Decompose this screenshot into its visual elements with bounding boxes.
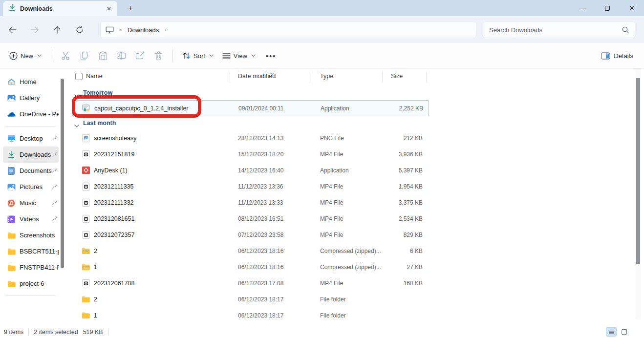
file-row-screenshoteasy[interactable]: screenshoteasy28/12/2023 14:13PNG File21… — [72, 130, 429, 146]
sidebar-item-label: OneDrive - Perso — [20, 110, 59, 118]
command-toolbar: New Sort View — [0, 43, 644, 69]
file-date-modified: 06/12/2023 18:16 — [238, 264, 283, 271]
thumbnail-view-toggle[interactable] — [619, 327, 629, 337]
rename-icon — [116, 52, 126, 60]
file-date-modified: 06/12/2023 17:08 — [238, 280, 283, 287]
search-input[interactable]: Search Downloads — [483, 21, 635, 38]
sidebar-item-fnstpb411-proj[interactable]: FNSTPB411-Proj — [3, 259, 59, 275]
column-header-date-modified[interactable]: Date modified — [238, 73, 276, 80]
file-type: PNG File — [320, 135, 344, 142]
gallery-icon — [7, 95, 16, 102]
chevron-down-icon — [209, 54, 214, 57]
file-size: 168 KB — [346, 280, 423, 287]
column-divider[interactable] — [230, 72, 230, 83]
up-icon — [55, 26, 60, 33]
delete-button[interactable] — [149, 47, 168, 64]
sidebar-item-home[interactable]: Home — [3, 74, 59, 90]
file-size: 829 KB — [346, 232, 423, 238]
new-tab-button[interactable]: + — [124, 2, 137, 14]
vertical-scrollbar-thumb[interactable] — [636, 78, 640, 264]
up-button[interactable] — [49, 21, 65, 38]
address-bar[interactable]: › Downloads › — [100, 21, 476, 38]
view-button[interactable]: View — [218, 47, 260, 64]
file-row-202312072357[interactable]: 20231207235707/12/2023 23:58MP4 File829 … — [72, 227, 429, 243]
sidebar-item-bsbcrt511-proj[interactable]: BSBCRT511-proj — [3, 243, 59, 259]
sidebar-item-music[interactable]: Music — [3, 195, 59, 211]
back-button[interactable] — [4, 21, 21, 38]
group-header-tomorrow[interactable]: Tomorrow — [72, 85, 634, 100]
sidebar-scrollbar-thumb[interactable] — [61, 79, 64, 268]
file-row-202312111335[interactable]: 20231211133511/12/2023 13:36MP4 File1,95… — [72, 178, 429, 194]
file-row-202312061708[interactable]: 20231206170806/12/2023 17:08MP4 File168 … — [72, 275, 429, 291]
file-row-202312111332[interactable]: 20231211133211/12/2023 13:33MP4 File3,37… — [72, 194, 429, 211]
share-icon — [135, 51, 145, 60]
sidebar-scrollbar[interactable] — [60, 69, 64, 326]
paste-button[interactable] — [93, 47, 112, 64]
file-row-202312081651[interactable]: 20231208165108/12/2023 16:51MP4 File2,53… — [72, 211, 429, 227]
share-button[interactable] — [130, 47, 149, 64]
forward-button[interactable] — [26, 21, 43, 38]
toolbar-divider — [172, 49, 173, 62]
music-icon — [7, 199, 16, 207]
sidebar-item-screenshots[interactable]: Screenshots — [3, 227, 59, 243]
details-view-toggle[interactable] — [606, 327, 617, 337]
breadcrumb-downloads[interactable]: Downloads — [128, 26, 159, 34]
folder-icon — [7, 280, 16, 287]
tab-downloads[interactable]: Downloads ✕ — [3, 1, 117, 16]
search-icon — [622, 26, 629, 33]
file-row-1[interactable]: 106/12/2023 18:16Compressed (zipped)...2… — [72, 259, 429, 275]
column-divider[interactable] — [426, 72, 427, 83]
search-placeholder: Search Downloads — [489, 26, 622, 34]
sort-button[interactable]: Sort — [178, 47, 218, 64]
view-icon — [222, 52, 231, 59]
file-row-2[interactable]: 206/12/2023 18:16Compressed (zipped)...6… — [72, 243, 429, 259]
sidebar-item-desktop[interactable]: Desktop — [3, 130, 59, 147]
file-date-modified: 06/12/2023 18:17 — [238, 312, 283, 319]
file-size: 5,397 KB — [346, 167, 423, 174]
cut-button[interactable] — [56, 47, 75, 64]
sidebar-item-downloads[interactable]: Downloads — [3, 147, 59, 163]
file-size: 3,936 KB — [346, 151, 423, 158]
refresh-button[interactable] — [71, 21, 88, 38]
column-divider[interactable] — [309, 72, 309, 83]
minimize-button[interactable] — [571, 0, 595, 16]
details-button[interactable]: Details — [601, 52, 633, 60]
sidebar-item-onedrive-perso[interactable]: OneDrive - Perso — [3, 106, 59, 122]
file-row-anydesk-1-[interactable]: AnyDesk (1)14/12/2023 16:40Application5,… — [72, 162, 429, 178]
more-options-button[interactable]: ••• — [260, 52, 282, 60]
maximize-button[interactable] — [595, 0, 620, 16]
column-divider[interactable] — [382, 72, 383, 83]
new-button[interactable]: New — [5, 47, 46, 64]
tab-close-icon[interactable]: ✕ — [105, 4, 113, 13]
home-icon — [7, 78, 16, 85]
sidebar-item-videos[interactable]: Videos — [3, 211, 59, 227]
file-date-modified: 09/01/2024 00:11 — [238, 105, 284, 112]
file-size: 3,375 KB — [346, 199, 423, 206]
sidebar-item-pictures[interactable]: Pictures — [3, 179, 59, 195]
sidebar-item-label: Music — [20, 199, 52, 207]
close-button[interactable]: ✕ — [620, 0, 644, 16]
file-name: 202312151819 — [94, 151, 134, 158]
folder-icon — [82, 295, 90, 303]
sidebar-item-project-6[interactable]: project-6 — [3, 275, 59, 292]
column-header-name[interactable]: Name — [86, 73, 102, 80]
column-header-size[interactable]: Size — [391, 73, 403, 80]
sidebar-item-gallery[interactable]: Gallery — [3, 90, 59, 106]
copy-icon — [80, 51, 88, 61]
vertical-scrollbar[interactable] — [635, 69, 641, 319]
file-row-2[interactable]: 206/12/2023 18:17File folder — [72, 291, 429, 307]
copy-button[interactable] — [75, 47, 93, 64]
view-toggles — [606, 327, 629, 337]
folder-icon — [7, 264, 16, 271]
sidebar-item-documents[interactable]: Documents — [3, 163, 59, 179]
file-row-1[interactable]: 106/12/2023 18:17File folder — [72, 307, 429, 323]
file-row-202312151819[interactable]: 20231215181915/12/2023 18:20MP4 File3,93… — [72, 146, 429, 162]
rename-button[interactable] — [112, 47, 130, 64]
group-header-last-month[interactable]: Last month — [72, 116, 634, 130]
file-row-capcut-capcutpc-0-1-2-4-installer[interactable]: capcut_capcutpc_0_1.2.4_installer09/01/2… — [72, 100, 429, 116]
pin-icon — [52, 183, 58, 190]
column-header-type[interactable]: Type — [320, 73, 333, 80]
select-all-checkbox[interactable] — [75, 73, 83, 80]
view-button-label: View — [234, 52, 247, 60]
status-bar: 9 items 2 items selected 519 KB — [0, 326, 644, 338]
